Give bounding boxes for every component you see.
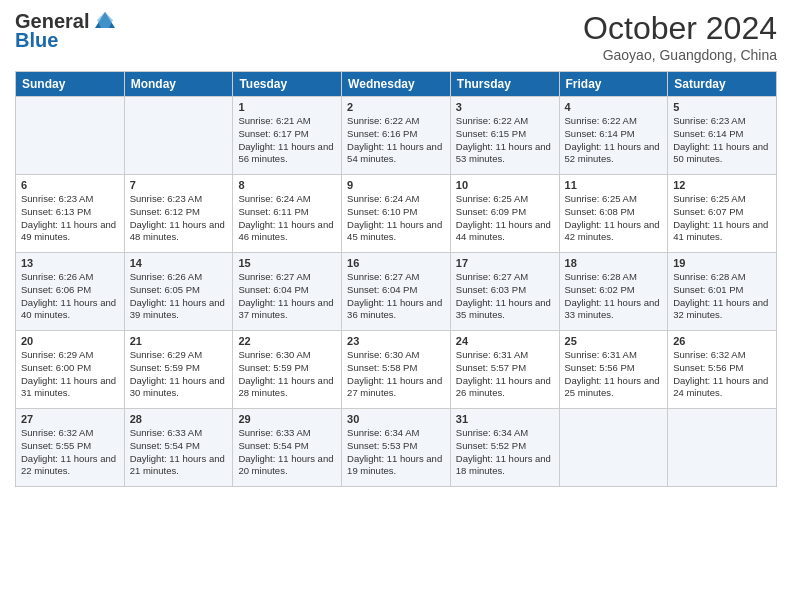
calendar-row-3: 13Sunrise: 6:26 AMSunset: 6:06 PMDayligh… (16, 253, 777, 331)
calendar-cell: 30Sunrise: 6:34 AMSunset: 5:53 PMDayligh… (342, 409, 451, 487)
calendar-row-5: 27Sunrise: 6:32 AMSunset: 5:55 PMDayligh… (16, 409, 777, 487)
cell-info: Sunrise: 6:27 AMSunset: 6:04 PMDaylight:… (238, 271, 336, 322)
cell-info: Sunrise: 6:22 AMSunset: 6:16 PMDaylight:… (347, 115, 445, 166)
cell-info: Sunrise: 6:24 AMSunset: 6:10 PMDaylight:… (347, 193, 445, 244)
day-number: 7 (130, 179, 228, 191)
day-number: 26 (673, 335, 771, 347)
logo: General Blue (15, 10, 119, 52)
calendar-cell: 9Sunrise: 6:24 AMSunset: 6:10 PMDaylight… (342, 175, 451, 253)
day-number: 17 (456, 257, 554, 269)
header-row: Sunday Monday Tuesday Wednesday Thursday… (16, 72, 777, 97)
cell-info: Sunrise: 6:29 AMSunset: 5:59 PMDaylight:… (130, 349, 228, 400)
day-number: 4 (565, 101, 663, 113)
main-container: General Blue October 2024 Gaoyao, Guangd… (0, 0, 792, 497)
calendar-cell: 24Sunrise: 6:31 AMSunset: 5:57 PMDayligh… (450, 331, 559, 409)
calendar-row-1: 1Sunrise: 6:21 AMSunset: 6:17 PMDaylight… (16, 97, 777, 175)
cell-info: Sunrise: 6:26 AMSunset: 6:06 PMDaylight:… (21, 271, 119, 322)
calendar-cell: 11Sunrise: 6:25 AMSunset: 6:08 PMDayligh… (559, 175, 668, 253)
cell-info: Sunrise: 6:30 AMSunset: 5:59 PMDaylight:… (238, 349, 336, 400)
day-number: 13 (21, 257, 119, 269)
cell-info: Sunrise: 6:24 AMSunset: 6:11 PMDaylight:… (238, 193, 336, 244)
calendar-cell: 14Sunrise: 6:26 AMSunset: 6:05 PMDayligh… (124, 253, 233, 331)
cell-info: Sunrise: 6:25 AMSunset: 6:09 PMDaylight:… (456, 193, 554, 244)
cell-info: Sunrise: 6:29 AMSunset: 6:00 PMDaylight:… (21, 349, 119, 400)
day-number: 11 (565, 179, 663, 191)
calendar-cell: 13Sunrise: 6:26 AMSunset: 6:06 PMDayligh… (16, 253, 125, 331)
day-number: 23 (347, 335, 445, 347)
cell-info: Sunrise: 6:25 AMSunset: 6:07 PMDaylight:… (673, 193, 771, 244)
calendar-table: Sunday Monday Tuesday Wednesday Thursday… (15, 71, 777, 487)
day-number: 29 (238, 413, 336, 425)
day-number: 2 (347, 101, 445, 113)
day-number: 27 (21, 413, 119, 425)
cell-info: Sunrise: 6:31 AMSunset: 5:57 PMDaylight:… (456, 349, 554, 400)
cell-info: Sunrise: 6:26 AMSunset: 6:05 PMDaylight:… (130, 271, 228, 322)
calendar-cell: 15Sunrise: 6:27 AMSunset: 6:04 PMDayligh… (233, 253, 342, 331)
col-wednesday: Wednesday (342, 72, 451, 97)
calendar-cell: 3Sunrise: 6:22 AMSunset: 6:15 PMDaylight… (450, 97, 559, 175)
calendar-cell: 20Sunrise: 6:29 AMSunset: 6:00 PMDayligh… (16, 331, 125, 409)
calendar-cell: 8Sunrise: 6:24 AMSunset: 6:11 PMDaylight… (233, 175, 342, 253)
calendar-cell: 5Sunrise: 6:23 AMSunset: 6:14 PMDaylight… (668, 97, 777, 175)
cell-info: Sunrise: 6:31 AMSunset: 5:56 PMDaylight:… (565, 349, 663, 400)
calendar-cell: 2Sunrise: 6:22 AMSunset: 6:16 PMDaylight… (342, 97, 451, 175)
calendar-cell: 21Sunrise: 6:29 AMSunset: 5:59 PMDayligh… (124, 331, 233, 409)
cell-info: Sunrise: 6:23 AMSunset: 6:12 PMDaylight:… (130, 193, 228, 244)
logo-icon (91, 8, 119, 32)
calendar-cell: 31Sunrise: 6:34 AMSunset: 5:52 PMDayligh… (450, 409, 559, 487)
calendar-row-4: 20Sunrise: 6:29 AMSunset: 6:00 PMDayligh… (16, 331, 777, 409)
day-number: 6 (21, 179, 119, 191)
calendar-cell: 25Sunrise: 6:31 AMSunset: 5:56 PMDayligh… (559, 331, 668, 409)
col-thursday: Thursday (450, 72, 559, 97)
col-sunday: Sunday (16, 72, 125, 97)
col-friday: Friday (559, 72, 668, 97)
cell-info: Sunrise: 6:27 AMSunset: 6:04 PMDaylight:… (347, 271, 445, 322)
calendar-cell (668, 409, 777, 487)
day-number: 28 (130, 413, 228, 425)
col-tuesday: Tuesday (233, 72, 342, 97)
cell-info: Sunrise: 6:21 AMSunset: 6:17 PMDaylight:… (238, 115, 336, 166)
calendar-cell: 1Sunrise: 6:21 AMSunset: 6:17 PMDaylight… (233, 97, 342, 175)
month-title: October 2024 (583, 10, 777, 47)
day-number: 15 (238, 257, 336, 269)
cell-info: Sunrise: 6:34 AMSunset: 5:53 PMDaylight:… (347, 427, 445, 478)
day-number: 12 (673, 179, 771, 191)
calendar-cell: 26Sunrise: 6:32 AMSunset: 5:56 PMDayligh… (668, 331, 777, 409)
cell-info: Sunrise: 6:34 AMSunset: 5:52 PMDaylight:… (456, 427, 554, 478)
calendar-cell: 29Sunrise: 6:33 AMSunset: 5:54 PMDayligh… (233, 409, 342, 487)
day-number: 16 (347, 257, 445, 269)
cell-info: Sunrise: 6:33 AMSunset: 5:54 PMDaylight:… (130, 427, 228, 478)
calendar-cell (559, 409, 668, 487)
cell-info: Sunrise: 6:32 AMSunset: 5:55 PMDaylight:… (21, 427, 119, 478)
day-number: 8 (238, 179, 336, 191)
location-subtitle: Gaoyao, Guangdong, China (583, 47, 777, 63)
day-number: 3 (456, 101, 554, 113)
header: General Blue October 2024 Gaoyao, Guangd… (15, 10, 777, 63)
calendar-cell: 16Sunrise: 6:27 AMSunset: 6:04 PMDayligh… (342, 253, 451, 331)
day-number: 14 (130, 257, 228, 269)
title-section: October 2024 Gaoyao, Guangdong, China (583, 10, 777, 63)
cell-info: Sunrise: 6:28 AMSunset: 6:02 PMDaylight:… (565, 271, 663, 322)
day-number: 22 (238, 335, 336, 347)
day-number: 10 (456, 179, 554, 191)
day-number: 18 (565, 257, 663, 269)
calendar-cell: 28Sunrise: 6:33 AMSunset: 5:54 PMDayligh… (124, 409, 233, 487)
cell-info: Sunrise: 6:33 AMSunset: 5:54 PMDaylight:… (238, 427, 336, 478)
cell-info: Sunrise: 6:32 AMSunset: 5:56 PMDaylight:… (673, 349, 771, 400)
cell-info: Sunrise: 6:23 AMSunset: 6:13 PMDaylight:… (21, 193, 119, 244)
cell-info: Sunrise: 6:23 AMSunset: 6:14 PMDaylight:… (673, 115, 771, 166)
col-saturday: Saturday (668, 72, 777, 97)
day-number: 19 (673, 257, 771, 269)
day-number: 20 (21, 335, 119, 347)
calendar-cell: 10Sunrise: 6:25 AMSunset: 6:09 PMDayligh… (450, 175, 559, 253)
day-number: 25 (565, 335, 663, 347)
calendar-cell: 22Sunrise: 6:30 AMSunset: 5:59 PMDayligh… (233, 331, 342, 409)
calendar-cell (124, 97, 233, 175)
calendar-cell: 6Sunrise: 6:23 AMSunset: 6:13 PMDaylight… (16, 175, 125, 253)
day-number: 30 (347, 413, 445, 425)
col-monday: Monday (124, 72, 233, 97)
calendar-cell: 17Sunrise: 6:27 AMSunset: 6:03 PMDayligh… (450, 253, 559, 331)
cell-info: Sunrise: 6:22 AMSunset: 6:14 PMDaylight:… (565, 115, 663, 166)
calendar-cell (16, 97, 125, 175)
calendar-row-2: 6Sunrise: 6:23 AMSunset: 6:13 PMDaylight… (16, 175, 777, 253)
